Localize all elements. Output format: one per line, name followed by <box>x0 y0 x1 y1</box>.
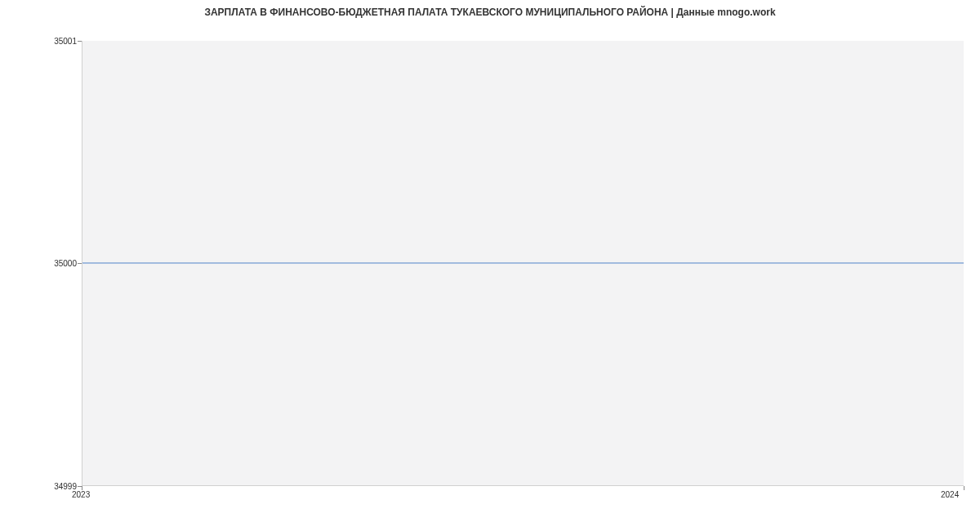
chart-container: ЗАРПЛАТА В ФИНАНСОВО-БЮДЖЕТНАЯ ПАЛАТА ТУ… <box>0 0 980 531</box>
y-tick-mark <box>78 263 82 264</box>
plot-area <box>82 41 964 486</box>
chart-title: ЗАРПЛАТА В ФИНАНСОВО-БЮДЖЕТНАЯ ПАЛАТА ТУ… <box>0 7 980 18</box>
x-tick-label: 2023 <box>72 490 90 499</box>
data-series-line <box>82 263 964 264</box>
x-tick-label: 2024 <box>941 490 959 499</box>
y-tick-label: 34999 <box>54 482 77 491</box>
y-tick-label: 35001 <box>54 37 77 46</box>
y-tick-label: 35000 <box>54 259 77 268</box>
y-tick-mark <box>78 41 82 42</box>
x-tick-mark <box>964 486 964 490</box>
